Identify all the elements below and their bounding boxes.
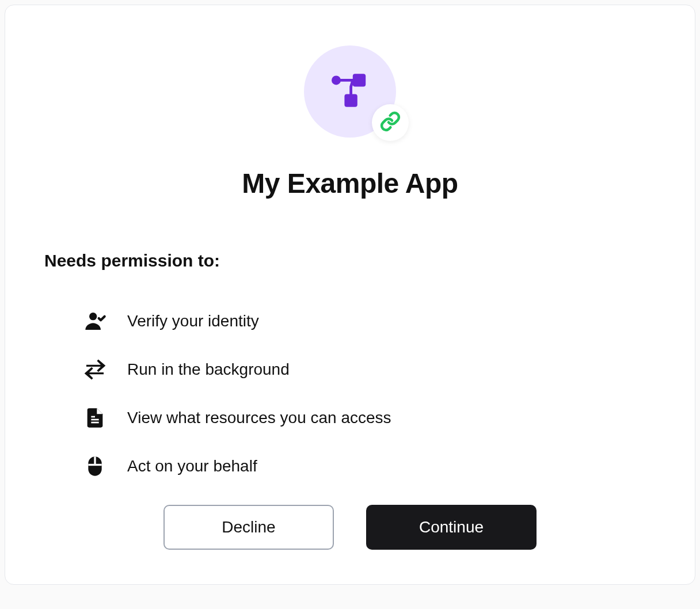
svg-rect-6	[91, 416, 95, 418]
permission-item-background: Run in the background	[81, 356, 660, 383]
svg-rect-5	[91, 422, 98, 424]
app-title: My Example App	[40, 168, 660, 199]
permission-label: Verify your identity	[127, 312, 259, 330]
permission-item-identity: Verify your identity	[81, 307, 660, 335]
permission-label: View what resources you can access	[127, 409, 391, 427]
permission-label: Run in the background	[127, 360, 290, 379]
permission-item-act: Act on your behalf	[81, 452, 660, 480]
svg-point-3	[89, 313, 97, 320]
permissions-list: Verify your identity Run in the backgrou…	[81, 307, 660, 480]
mouse-icon	[81, 452, 109, 480]
decline-button[interactable]: Decline	[163, 505, 334, 550]
user-check-icon	[81, 307, 109, 335]
svg-rect-0	[353, 74, 366, 86]
app-logo-circle	[304, 45, 396, 138]
svg-rect-8	[88, 464, 101, 466]
svg-rect-4	[91, 419, 98, 421]
permission-dialog: My Example App Needs permission to: Veri…	[5, 5, 695, 585]
file-text-icon	[81, 404, 109, 432]
app-logo-container	[40, 45, 660, 138]
app-logo-icon	[327, 67, 373, 116]
swap-arrows-icon	[81, 356, 109, 383]
svg-rect-1	[344, 94, 357, 106]
link-icon	[380, 111, 401, 134]
continue-button[interactable]: Continue	[366, 505, 537, 550]
permissions-heading: Needs permission to:	[44, 251, 660, 271]
permission-item-resources: View what resources you can access	[81, 404, 660, 432]
button-row: Decline Continue	[5, 505, 695, 550]
svg-rect-2	[332, 75, 341, 85]
link-badge	[372, 104, 409, 141]
permission-label: Act on your behalf	[127, 457, 257, 475]
